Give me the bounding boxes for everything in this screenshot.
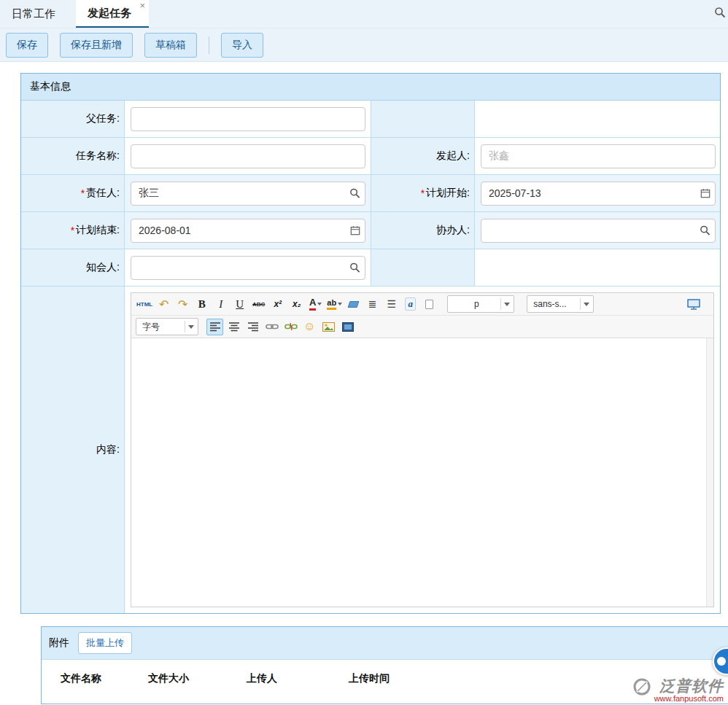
strikethrough-icon: ABC	[252, 301, 265, 308]
unordered-list-button[interactable]: ☰	[383, 296, 400, 313]
parent-task-input[interactable]	[131, 107, 365, 131]
chevron-down-icon	[584, 303, 589, 306]
label-text: 发起人:	[436, 149, 470, 163]
plan-start-input[interactable]	[481, 182, 716, 206]
align-right-button[interactable]	[244, 319, 261, 335]
save-button[interactable]: 保存	[6, 33, 48, 58]
task-name-input[interactable]	[131, 144, 365, 168]
subscript-button[interactable]: x₂	[288, 296, 305, 313]
content-label: 内容:	[21, 287, 125, 613]
co-organizer-search-button[interactable]	[700, 225, 710, 236]
label-text: 责任人:	[86, 187, 120, 200]
save-and-new-button[interactable]: 保存且新增	[60, 33, 133, 58]
responsible-cell	[125, 175, 371, 212]
tab-close-icon[interactable]: ×	[139, 1, 145, 10]
parent-task-label: 父任务:	[21, 101, 125, 138]
plan-start-calendar-button[interactable]	[700, 188, 710, 198]
attachments-panel: 附件 批量上传 文件名称 文件大小 上传人 上传时间	[41, 626, 728, 704]
align-left-button[interactable]	[206, 319, 223, 335]
editor-toolbar-row2: 字号	[131, 316, 713, 338]
notified-input[interactable]	[131, 256, 365, 280]
empty-label-cell-2	[371, 249, 475, 287]
chevron-down-icon	[504, 303, 510, 306]
brand-text: 泛普软件 www.fanpusoft.com	[654, 677, 724, 703]
global-search-icon[interactable]	[714, 7, 726, 18]
brand-footer: 泛普软件 www.fanpusoft.com	[632, 677, 724, 703]
emoji-button[interactable]: ☺	[301, 319, 318, 335]
ordered-list-button[interactable]: ≣	[364, 296, 381, 313]
co-organizer-input[interactable]	[481, 219, 716, 243]
html-source-button[interactable]: HTML	[136, 296, 153, 313]
notified-search-button[interactable]	[349, 262, 360, 273]
underline-button[interactable]: U	[231, 296, 248, 313]
responsible-input[interactable]	[131, 182, 365, 206]
font-color-icon: A	[309, 297, 316, 310]
responsible-search-button[interactable]	[349, 188, 360, 199]
highlight-button[interactable]: ab	[326, 296, 343, 313]
anchor-button[interactable]: a	[402, 296, 419, 313]
tab-initiate-task[interactable]: 发起任务 ×	[76, 0, 149, 28]
main-content: 基本信息 父任务: 任务名称:	[0, 62, 728, 704]
font-family-select-value: sans-s...	[533, 299, 578, 309]
insert-link-button[interactable]	[263, 319, 280, 335]
editor-toolbar-row1: HTML ↶ ↷ B I U ABC x² x₂ A ab ≣ ☰	[131, 293, 713, 316]
label-text: 协办人:	[436, 224, 470, 237]
font-size-select-value: 字号	[142, 321, 183, 333]
required-mark: *	[71, 225, 74, 236]
align-center-button[interactable]	[225, 319, 242, 335]
initiator-label: 发起人:	[371, 138, 475, 175]
attachments-table-header: 文件名称 文件大小 上传人 上传时间	[42, 660, 728, 696]
select-divider	[185, 321, 185, 332]
anchor-icon: a	[405, 297, 416, 311]
calendar-icon	[350, 225, 360, 235]
initiator-cell	[475, 138, 720, 175]
strikethrough-button[interactable]: ABC	[250, 296, 267, 313]
bold-button[interactable]: B	[193, 296, 210, 313]
search-icon	[349, 262, 360, 273]
editor-content-area[interactable]	[131, 338, 713, 607]
insert-image-button[interactable]	[320, 319, 337, 335]
search-icon	[349, 188, 360, 199]
attachments-header: 附件 批量上传	[42, 627, 728, 660]
tab-daily-work[interactable]: 日常工作	[0, 0, 67, 28]
redo-button[interactable]: ↷	[174, 296, 191, 313]
import-button[interactable]: 导入	[221, 33, 263, 58]
task-name-label: 任务名称:	[21, 138, 125, 175]
font-color-button[interactable]: A	[307, 296, 324, 313]
paste-button[interactable]	[421, 296, 438, 313]
action-toolbar: 保存 保存且新增 草稿箱 导入	[0, 28, 728, 62]
basic-info-header: 基本信息	[21, 74, 720, 101]
calendar-icon	[700, 188, 710, 198]
parent-task-cell	[125, 101, 371, 138]
chevron-down-icon	[338, 303, 342, 305]
undo-icon: ↶	[159, 297, 169, 311]
chevron-down-icon	[188, 325, 194, 329]
font-size-select[interactable]: 字号	[136, 318, 198, 335]
plan-end-calendar-button[interactable]	[350, 225, 360, 235]
fullscreen-button[interactable]	[687, 299, 700, 310]
empty-label-cell-1	[371, 101, 475, 138]
superscript-button[interactable]: x²	[269, 296, 286, 313]
initiator-input[interactable]	[481, 144, 716, 168]
insert-media-button[interactable]	[339, 319, 356, 335]
italic-button[interactable]: I	[212, 296, 229, 313]
batch-upload-button[interactable]: 批量上传	[78, 632, 132, 654]
paragraph-select[interactable]: p	[447, 295, 514, 313]
editor-scrollbar[interactable]	[706, 338, 713, 607]
fullscreen-monitor-icon	[687, 299, 700, 310]
plan-start-input-wrap	[481, 182, 716, 206]
plan-end-label: * 计划结束:	[21, 212, 125, 249]
assistant-icon	[717, 657, 726, 666]
drafts-button[interactable]: 草稿箱	[144, 33, 197, 58]
eraser-icon	[348, 301, 360, 308]
label-text: 内容:	[96, 443, 120, 456]
font-family-select[interactable]: sans-s...	[527, 295, 594, 313]
align-right-icon	[247, 322, 259, 332]
eraser-button[interactable]	[345, 296, 362, 313]
tab-initiate-task-label: 发起任务	[88, 7, 131, 20]
undo-button[interactable]: ↶	[155, 296, 172, 313]
unlink-button[interactable]	[282, 319, 299, 335]
label-text: 计划开始:	[426, 187, 470, 200]
plan-end-input[interactable]	[131, 219, 365, 243]
initiator-input-wrap	[481, 144, 716, 168]
